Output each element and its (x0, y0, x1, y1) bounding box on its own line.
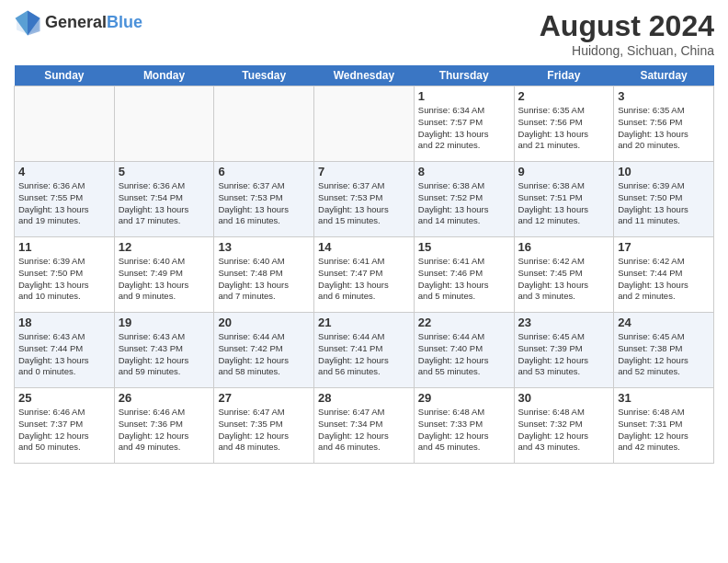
calendar-cell: 28Sunrise: 6:47 AM Sunset: 7:34 PM Dayli… (314, 388, 415, 464)
day-number: 17 (618, 240, 710, 254)
calendar-week-row: 4Sunrise: 6:36 AM Sunset: 7:55 PM Daylig… (15, 162, 714, 237)
calendar-cell: 26Sunrise: 6:46 AM Sunset: 7:36 PM Dayli… (114, 388, 214, 464)
weekday-header: Sunday (15, 65, 115, 86)
calendar-week-row: 25Sunrise: 6:46 AM Sunset: 7:37 PM Dayli… (15, 388, 714, 464)
day-number: 9 (518, 165, 610, 178)
calendar-cell: 15Sunrise: 6:41 AM Sunset: 7:46 PM Dayli… (414, 237, 514, 313)
day-info: Sunrise: 6:46 AM Sunset: 7:36 PM Dayligh… (119, 407, 210, 454)
day-info: Sunrise: 6:43 AM Sunset: 7:44 PM Dayligh… (18, 331, 110, 378)
day-number: 31 (618, 391, 710, 405)
day-info: Sunrise: 6:48 AM Sunset: 7:32 PM Dayligh… (518, 407, 610, 454)
logo-general: General (45, 13, 107, 31)
calendar-cell: 2Sunrise: 6:35 AM Sunset: 7:56 PM Daylig… (514, 86, 614, 162)
day-info: Sunrise: 6:37 AM Sunset: 7:53 PM Dayligh… (218, 180, 310, 227)
calendar-cell: 10Sunrise: 6:39 AM Sunset: 7:50 PM Dayli… (614, 162, 714, 237)
weekday-header: Monday (114, 65, 214, 86)
calendar-cell: 17Sunrise: 6:42 AM Sunset: 7:44 PM Dayli… (614, 237, 714, 313)
calendar-cell: 31Sunrise: 6:48 AM Sunset: 7:31 PM Dayli… (614, 388, 714, 464)
calendar-cell: 16Sunrise: 6:42 AM Sunset: 7:45 PM Dayli… (514, 237, 614, 313)
day-info: Sunrise: 6:47 AM Sunset: 7:34 PM Dayligh… (318, 407, 410, 454)
day-info: Sunrise: 6:40 AM Sunset: 7:49 PM Dayligh… (119, 256, 210, 303)
calendar-week-row: 1Sunrise: 6:34 AM Sunset: 7:57 PM Daylig… (15, 86, 714, 162)
day-number: 25 (18, 391, 110, 405)
logo-text: GeneralBlue (45, 14, 142, 32)
day-info: Sunrise: 6:42 AM Sunset: 7:44 PM Dayligh… (618, 256, 710, 303)
day-info: Sunrise: 6:34 AM Sunset: 7:57 PM Dayligh… (418, 105, 510, 152)
calendar-cell: 13Sunrise: 6:40 AM Sunset: 7:48 PM Dayli… (214, 237, 314, 313)
day-number: 30 (518, 391, 610, 405)
calendar-table: SundayMondayTuesdayWednesdayThursdayFrid… (14, 65, 714, 464)
day-number: 10 (618, 165, 710, 178)
day-info: Sunrise: 6:48 AM Sunset: 7:31 PM Dayligh… (618, 407, 710, 454)
day-info: Sunrise: 6:45 AM Sunset: 7:39 PM Dayligh… (518, 331, 610, 378)
calendar-cell: 23Sunrise: 6:45 AM Sunset: 7:39 PM Dayli… (514, 313, 614, 388)
day-info: Sunrise: 6:45 AM Sunset: 7:38 PM Dayligh… (618, 331, 710, 378)
day-number: 22 (418, 316, 510, 329)
day-number: 27 (218, 391, 310, 405)
day-number: 21 (318, 316, 410, 329)
day-number: 6 (218, 165, 310, 178)
day-info: Sunrise: 6:44 AM Sunset: 7:42 PM Dayligh… (218, 331, 310, 378)
day-info: Sunrise: 6:40 AM Sunset: 7:48 PM Dayligh… (218, 256, 310, 303)
day-number: 18 (18, 316, 110, 329)
weekday-header: Wednesday (314, 65, 415, 86)
day-info: Sunrise: 6:36 AM Sunset: 7:54 PM Dayligh… (119, 180, 210, 227)
day-number: 29 (418, 391, 510, 405)
day-number: 28 (318, 391, 410, 405)
day-number: 20 (218, 316, 310, 329)
calendar-cell (314, 86, 415, 162)
calendar-week-row: 18Sunrise: 6:43 AM Sunset: 7:44 PM Dayli… (15, 313, 714, 388)
day-info: Sunrise: 6:46 AM Sunset: 7:37 PM Dayligh… (18, 407, 110, 454)
calendar-cell: 8Sunrise: 6:38 AM Sunset: 7:52 PM Daylig… (414, 162, 514, 237)
day-number: 11 (18, 240, 110, 254)
calendar-cell: 9Sunrise: 6:38 AM Sunset: 7:51 PM Daylig… (514, 162, 614, 237)
calendar-cell: 6Sunrise: 6:37 AM Sunset: 7:53 PM Daylig… (214, 162, 314, 237)
main-container: GeneralBlue August 2024 Huidong, Sichuan… (0, 0, 728, 563)
calendar-cell: 5Sunrise: 6:36 AM Sunset: 7:54 PM Daylig… (114, 162, 214, 237)
day-number: 23 (518, 316, 610, 329)
calendar-cell: 20Sunrise: 6:44 AM Sunset: 7:42 PM Dayli… (214, 313, 314, 388)
day-number: 8 (418, 165, 510, 178)
calendar-week-row: 11Sunrise: 6:39 AM Sunset: 7:50 PM Dayli… (15, 237, 714, 313)
day-info: Sunrise: 6:47 AM Sunset: 7:35 PM Dayligh… (218, 407, 310, 454)
day-number: 2 (518, 89, 610, 103)
calendar-cell: 1Sunrise: 6:34 AM Sunset: 7:57 PM Daylig… (414, 86, 514, 162)
day-info: Sunrise: 6:48 AM Sunset: 7:33 PM Dayligh… (418, 407, 510, 454)
day-number: 5 (119, 165, 210, 178)
calendar-cell: 14Sunrise: 6:41 AM Sunset: 7:47 PM Dayli… (314, 237, 415, 313)
day-info: Sunrise: 6:44 AM Sunset: 7:41 PM Dayligh… (318, 331, 410, 378)
day-info: Sunrise: 6:42 AM Sunset: 7:45 PM Dayligh… (518, 256, 610, 303)
day-info: Sunrise: 6:39 AM Sunset: 7:50 PM Dayligh… (18, 256, 110, 303)
calendar-cell (214, 86, 314, 162)
day-info: Sunrise: 6:41 AM Sunset: 7:47 PM Dayligh… (318, 256, 410, 303)
day-number: 19 (119, 316, 210, 329)
day-number: 7 (318, 165, 410, 178)
logo: GeneralBlue (14, 9, 142, 37)
day-info: Sunrise: 6:35 AM Sunset: 7:56 PM Dayligh… (618, 105, 710, 152)
day-info: Sunrise: 6:35 AM Sunset: 7:56 PM Dayligh… (518, 105, 610, 152)
weekday-header-row: SundayMondayTuesdayWednesdayThursdayFrid… (15, 65, 714, 86)
calendar-cell: 24Sunrise: 6:45 AM Sunset: 7:38 PM Dayli… (614, 313, 714, 388)
day-info: Sunrise: 6:43 AM Sunset: 7:43 PM Dayligh… (119, 331, 210, 378)
calendar-cell (114, 86, 214, 162)
calendar-cell: 7Sunrise: 6:37 AM Sunset: 7:53 PM Daylig… (314, 162, 415, 237)
month-year: August 2024 (540, 9, 714, 43)
day-number: 3 (618, 89, 710, 103)
calendar-cell: 18Sunrise: 6:43 AM Sunset: 7:44 PM Dayli… (15, 313, 115, 388)
location: Huidong, Sichuan, China (540, 43, 714, 58)
day-info: Sunrise: 6:37 AM Sunset: 7:53 PM Dayligh… (318, 180, 410, 227)
day-number: 15 (418, 240, 510, 254)
day-info: Sunrise: 6:44 AM Sunset: 7:40 PM Dayligh… (418, 331, 510, 378)
day-number: 26 (119, 391, 210, 405)
calendar-cell: 25Sunrise: 6:46 AM Sunset: 7:37 PM Dayli… (15, 388, 115, 464)
day-number: 13 (218, 240, 310, 254)
weekday-header: Thursday (414, 65, 514, 86)
day-info: Sunrise: 6:38 AM Sunset: 7:51 PM Dayligh… (518, 180, 610, 227)
weekday-header: Tuesday (214, 65, 314, 86)
day-number: 24 (618, 316, 710, 329)
calendar-cell: 22Sunrise: 6:44 AM Sunset: 7:40 PM Dayli… (414, 313, 514, 388)
calendar-cell: 30Sunrise: 6:48 AM Sunset: 7:32 PM Dayli… (514, 388, 614, 464)
day-number: 4 (18, 165, 110, 178)
day-number: 1 (418, 89, 510, 103)
weekday-header: Saturday (614, 65, 714, 86)
